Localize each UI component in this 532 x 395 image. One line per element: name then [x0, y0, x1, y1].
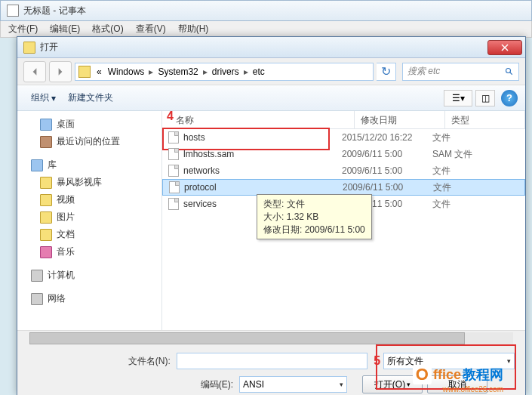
file-row-protocol[interactable]: protocol 2009/6/11 5:00 文件 [162, 179, 525, 196]
forward-button[interactable] [49, 61, 72, 82]
notepad-menubar: 文件(F) 编辑(E) 格式(O) 查看(V) 帮助(H) [0, 21, 532, 38]
nav-network[interactable]: 网络 [17, 290, 161, 307]
file-row-hosts[interactable]: hosts 2015/12/20 16:22 文件 [162, 129, 525, 146]
file-icon [168, 148, 179, 160]
nav-baofeng[interactable]: 暴风影视库 [17, 174, 161, 191]
header-date[interactable]: 修改日期 [355, 111, 445, 128]
filename-input[interactable] [177, 353, 367, 369]
computer-icon [31, 270, 43, 282]
nav-documents[interactable]: 文档 [17, 226, 161, 243]
bc-system32[interactable]: System32 [155, 66, 201, 77]
nav-computer[interactable]: 计算机 [17, 267, 161, 284]
video-icon [40, 194, 52, 206]
search-input[interactable]: 搜索 etc [402, 63, 519, 81]
menu-help[interactable]: 帮助(H) [174, 21, 214, 37]
close-button[interactable] [487, 40, 522, 55]
header-type[interactable]: 类型 [445, 111, 525, 128]
nav-libraries[interactable]: 库 [17, 156, 161, 174]
file-tooltip: 类型: 文件 大小: 1.32 KB 修改日期: 2009/6/11 5:00 [257, 194, 372, 239]
chevron-down-icon: ▾ [340, 381, 343, 388]
notepad-window: 无标题 - 记事本 文件(F) 编辑(E) 格式(O) 查看(V) 帮助(H) [0, 0, 532, 38]
file-icon [168, 198, 179, 210]
music-icon [40, 246, 52, 258]
file-list: 4 名称 修改日期 类型 hosts 2015/12/20 16:22 文件 l… [162, 111, 525, 330]
desktop-icon [40, 119, 52, 131]
nav-pictures[interactable]: 图片 [17, 208, 161, 226]
file-row-lmhosts[interactable]: lmhosts.sam 2009/6/11 5:00 SAM 文件 [162, 146, 525, 162]
menu-view[interactable]: 查看(V) [131, 21, 171, 37]
bc-windows[interactable]: Windows [105, 66, 148, 77]
header-name[interactable]: 名称 [162, 111, 355, 128]
chevron-right-icon: ▸ [147, 66, 155, 77]
chevron-down-icon: ▾ [407, 381, 411, 388]
nav-recent[interactable]: 最近访问的位置 [17, 133, 161, 150]
command-bar: 组织 ▾ 新建文件夹 ☰ ▾ ◫ ? [17, 85, 525, 111]
encoding-select[interactable]: ANSI▾ [239, 376, 347, 393]
chevron-right-icon: ▸ [201, 66, 209, 77]
menu-edit[interactable]: 编辑(E) [45, 21, 85, 37]
notepad-icon [7, 5, 19, 17]
nav-toolbar: « Windows ▸ System32 ▸ drivers ▸ etc ↻ 搜… [17, 58, 525, 85]
preview-pane-button[interactable]: ◫ [475, 90, 495, 106]
dialog-titlebar[interactable]: 打开 [17, 37, 525, 58]
notepad-titlebar[interactable]: 无标题 - 记事本 [0, 0, 532, 21]
svg-point-0 [506, 68, 511, 73]
nav-desktop[interactable]: 桌面 [17, 116, 161, 133]
file-icon [169, 181, 180, 193]
library-icon [31, 159, 43, 171]
scroll-thumb[interactable] [29, 332, 465, 344]
bc-etc[interactable]: etc [250, 66, 268, 77]
column-headers: 名称 修改日期 类型 [162, 111, 525, 129]
help-button[interactable]: ? [501, 90, 518, 106]
back-button[interactable] [23, 61, 46, 82]
nav-music[interactable]: 音乐 [17, 243, 161, 261]
folder-icon [78, 66, 91, 78]
file-icon [168, 131, 179, 143]
folder-icon [23, 42, 35, 54]
pictures-icon [40, 211, 52, 224]
annotation-5: 5 [374, 354, 380, 368]
notepad-title: 无标题 - 记事本 [23, 5, 86, 17]
recent-icon [40, 136, 52, 148]
navigation-pane: 桌面 最近访问的位置 库 暴风影视库 视频 图片 文档 音乐 计算机 网络 [17, 111, 162, 330]
network-icon [31, 293, 43, 305]
chevron-down-icon: ▾ [507, 357, 511, 365]
watermark-url: www.office26.com [443, 385, 503, 393]
file-icon [168, 165, 179, 177]
chevron-down-icon: ▾ [51, 93, 56, 103]
nav-video[interactable]: 视频 [17, 191, 161, 208]
folder-icon [40, 177, 52, 189]
horizontal-scrollbar[interactable] [17, 330, 525, 345]
menu-format[interactable]: 格式(O) [88, 21, 128, 37]
organize-button[interactable]: 组织 ▾ [25, 88, 62, 107]
encoding-label: 编码(E): [28, 378, 233, 391]
watermark-logo: Office教程网 [413, 365, 503, 384]
open-dialog: 打开 « Windows ▸ System32 ▸ drivers ▸ etc … [17, 36, 526, 395]
annotation-4: 4 [167, 110, 174, 123]
bc-drivers[interactable]: drivers [209, 66, 242, 77]
chevron-down-icon: ▾ [460, 93, 465, 103]
bc-root[interactable]: « [94, 66, 105, 77]
view-mode-button[interactable]: ☰ ▾ [444, 90, 472, 106]
refresh-button[interactable]: ↻ [377, 63, 396, 81]
chevron-right-icon: ▸ [242, 66, 250, 77]
documents-icon [40, 229, 52, 241]
breadcrumb[interactable]: « Windows ▸ System32 ▸ drivers ▸ etc [75, 63, 374, 81]
filename-label: 文件名(N): [28, 355, 171, 368]
search-placeholder: 搜索 etc [407, 65, 440, 78]
file-row-networks[interactable]: networks 2009/6/11 5:00 文件 [162, 162, 525, 179]
menu-file[interactable]: 文件(F) [4, 21, 42, 37]
dialog-title-text: 打开 [40, 41, 58, 54]
search-icon [505, 67, 514, 76]
new-folder-button[interactable]: 新建文件夹 [62, 88, 119, 107]
